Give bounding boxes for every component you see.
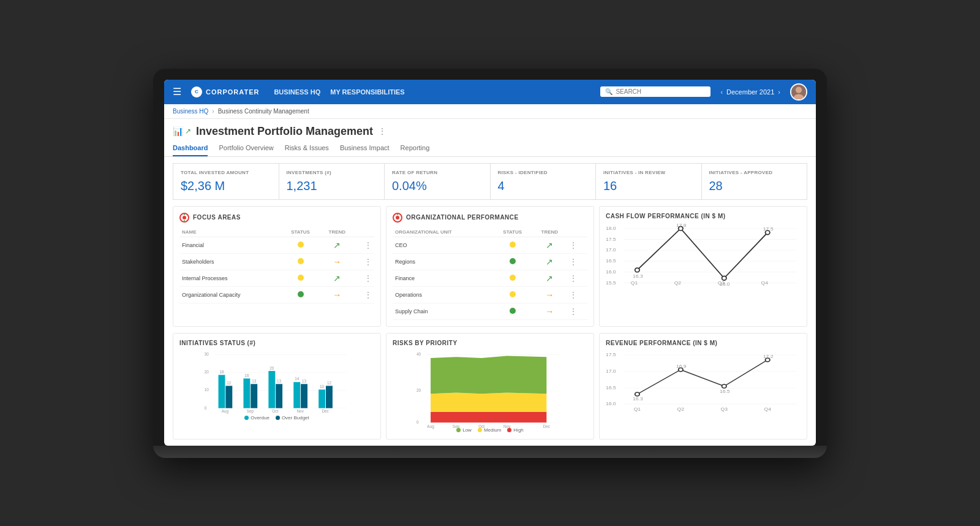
tab-reporting[interactable]: Reporting	[401, 140, 430, 156]
svg-text:17.0: 17.0	[606, 368, 616, 373]
svg-text:Aug: Aug	[222, 409, 229, 414]
status-dot	[510, 258, 516, 264]
revenue-performance-title: REVENUE PERFORMANCE (IN $ M)	[606, 340, 717, 346]
status-dot	[510, 242, 516, 248]
svg-text:Dec: Dec	[543, 424, 551, 428]
kpi-rate-value: 0.04%	[392, 179, 483, 193]
svg-text:17.2: 17.2	[763, 354, 774, 359]
next-date-arrow[interactable]: ›	[778, 88, 780, 96]
focus-row-name: Internal Processes	[179, 270, 281, 286]
org-row-name: CEO	[393, 237, 493, 253]
legend-medium-label: Medium	[484, 427, 501, 433]
revenue-performance-chart: 17.5 17.0 16.5 16.0	[606, 351, 801, 413]
svg-text:10: 10	[320, 384, 325, 389]
org-row-more[interactable]: ⋮	[567, 270, 587, 286]
status-dot	[298, 258, 304, 264]
svg-rect-50	[318, 389, 325, 408]
legend-overbudget: Over Budget	[276, 415, 309, 421]
org-row-more[interactable]: ⋮	[567, 303, 587, 319]
kpi-rate-of-return: RATE OF RETURN 0.04%	[385, 164, 490, 199]
breadcrumb-separator: ›	[212, 108, 214, 115]
org-row-more[interactable]: ⋮	[567, 286, 587, 303]
kpi-initiatives-review-label: INITIATIVES - IN REVIEW	[603, 170, 694, 175]
page-title: Investment Portfolio Management	[196, 125, 373, 138]
col-more-header	[355, 227, 374, 237]
svg-text:40: 40	[417, 352, 421, 356]
svg-rect-51	[326, 386, 333, 408]
org-row-trend: →	[532, 286, 567, 303]
focus-row-status	[281, 286, 319, 303]
nav-my-responsibilities[interactable]: MY RESPONSIBILITIES	[330, 88, 404, 96]
revenue-performance-panel: REVENUE PERFORMANCE (IN $ M) 17.5 17.0 1…	[599, 333, 807, 440]
performance-icon-red: 📊	[173, 126, 183, 136]
focus-row-more[interactable]: ⋮	[355, 286, 374, 303]
focus-areas-title: FOCUS AREAS	[193, 214, 241, 221]
focus-areas-panel: FOCUS AREAS NAME STATUS TREND Financial	[173, 206, 381, 327]
tabs-bar: Dashboard Portfolio Overview Risks & Iss…	[164, 140, 816, 157]
kpi-row: TOTAL INVESTED AMOUNT $2,36 M INVESTMENT…	[173, 163, 807, 200]
initiatives-status-title: INITIATIVES STATUS (#)	[179, 340, 255, 346]
svg-text:17.0: 17.0	[606, 247, 616, 253]
org-row-trend: ↗	[532, 237, 567, 253]
risks-priority-panel: RISKS BY PRIORITY 40 20 0	[386, 333, 594, 440]
legend-low-label: Low	[462, 427, 472, 433]
svg-marker-73	[431, 411, 546, 422]
initiatives-status-chart: 30 20 10 0	[179, 351, 374, 413]
svg-text:16.5: 16.5	[606, 258, 616, 264]
breadcrumb-current: Business Continuity Management	[218, 108, 309, 115]
nav-business-hq[interactable]: BUSINESS HQ	[274, 88, 320, 96]
logo-text: CORPORATER	[206, 88, 259, 96]
focus-row-more[interactable]: ⋮	[355, 237, 374, 253]
kpi-investments-value: 1,231	[287, 179, 377, 193]
svg-point-24	[722, 276, 726, 280]
prev-date-arrow[interactable]: ‹	[720, 88, 723, 96]
svg-text:Sep: Sep	[453, 424, 460, 429]
org-row-more[interactable]: ⋮	[567, 237, 587, 253]
org-col-more-header	[567, 227, 587, 237]
svg-point-8	[396, 216, 399, 219]
svg-marker-74	[431, 392, 546, 411]
dashboard-bottom-grid: INITIATIVES STATUS (#) 30 20 10 0	[164, 333, 816, 446]
svg-text:Q1: Q1	[634, 406, 641, 411]
svg-text:13: 13	[277, 378, 282, 383]
org-row-trend: →	[532, 303, 567, 319]
org-performance-header: ORGANIZATIONAL PERFORMANCE	[393, 213, 587, 223]
svg-text:Dec: Dec	[322, 409, 329, 413]
avatar[interactable]	[790, 83, 807, 101]
svg-text:16.9: 16.9	[676, 364, 687, 368]
current-date: December 2021	[726, 88, 774, 96]
tab-dashboard[interactable]: Dashboard	[173, 140, 208, 156]
status-dot	[510, 291, 516, 297]
page-header: 📊 ↗ Investment Portfolio Management ⋮	[164, 119, 816, 140]
tab-business-impact[interactable]: Business Impact	[340, 140, 390, 156]
initiatives-legend: Overdue Over Budget	[179, 415, 374, 421]
svg-text:13: 13	[302, 378, 307, 383]
focus-areas-icon	[179, 213, 189, 223]
tab-portfolio-overview[interactable]: Portfolio Overview	[219, 140, 273, 156]
svg-text:17.8: 17.8	[676, 223, 687, 228]
laptop-frame: ☰ C CORPORATER BUSINESS HQ MY RESPONSIBI…	[153, 69, 827, 458]
org-row-more[interactable]: ⋮	[567, 253, 587, 270]
svg-text:16: 16	[244, 373, 249, 377]
cash-flow-chart: 18.0 17.5 17.0 16.5 16.0 15.5	[606, 224, 801, 286]
focus-row-more[interactable]: ⋮	[355, 253, 374, 270]
svg-text:Q2: Q2	[677, 406, 684, 411]
focus-table-row: Organizational Capacity → ⋮	[179, 286, 374, 303]
tab-risks-issues[interactable]: Risks & Issues	[285, 140, 329, 156]
org-row-status	[493, 253, 532, 270]
breadcrumb-root[interactable]: Business HQ	[173, 108, 208, 115]
svg-text:Aug: Aug	[427, 424, 434, 429]
svg-text:16.3: 16.3	[633, 273, 643, 279]
search-input[interactable]	[616, 88, 706, 95]
col-trend-header: TREND	[320, 227, 355, 237]
svg-rect-48	[293, 382, 300, 408]
page-more-icon[interactable]: ⋮	[378, 126, 386, 136]
focus-row-more[interactable]: ⋮	[355, 270, 374, 286]
org-col-trend-header: TREND	[532, 227, 567, 237]
risks-priority-chart: 40 20 0	[393, 351, 587, 425]
nav-date: ‹ December 2021 ›	[720, 88, 780, 96]
svg-text:30: 30	[205, 352, 209, 356]
hamburger-icon[interactable]: ☰	[173, 86, 181, 97]
focus-table-row: Stakeholders → ⋮	[179, 253, 374, 270]
svg-text:12: 12	[227, 380, 232, 384]
